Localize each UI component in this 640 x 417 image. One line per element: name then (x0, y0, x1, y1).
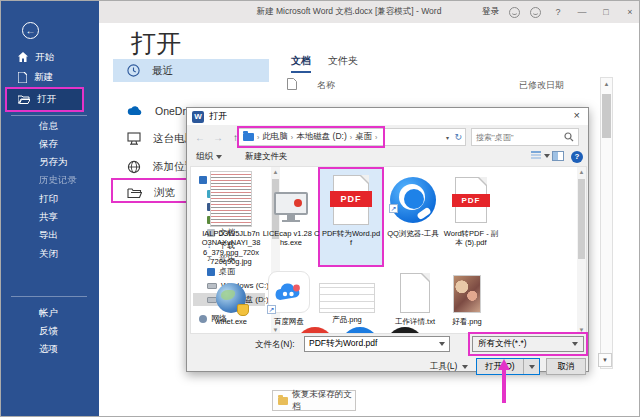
help-button[interactable]: ? (571, 151, 583, 163)
chevron-down-icon (572, 342, 578, 346)
scroll-up-icon[interactable]: ▲ (601, 78, 612, 91)
shortcut-arrow-icon: ↗ (389, 204, 398, 213)
sidebar-item-home[interactable]: 开始 (1, 48, 99, 66)
scroll-down-icon[interactable]: ▼ (271, 327, 280, 333)
back-button[interactable]: ← (22, 22, 39, 39)
qq-browser-icon (390, 177, 436, 223)
sidebar-divider (11, 115, 87, 116)
sidebar-item-save[interactable]: 保存 (1, 135, 99, 153)
file-tile-pdf-to-word[interactable]: PDF PDF转为Word.pdf (321, 169, 381, 248)
tab-folders[interactable]: 文件夹 (328, 54, 358, 68)
ribbon-options-icon[interactable] (509, 7, 520, 18)
scroll-down-icon[interactable]: ▼ (598, 353, 612, 367)
file-tile-jpg[interactable]: IALPD3W5JLb7nO3NAXvNAYI_386_379.png_720x… (201, 169, 261, 267)
file-tile-qq-browser[interactable]: ↗ QQ浏览器-工具 (383, 169, 443, 238)
minimize-button[interactable]: — (575, 7, 589, 17)
help-icon: ? (571, 151, 583, 163)
preview-pane-button[interactable] (552, 151, 564, 161)
dialog-titlebar[interactable]: W 打开 × (187, 108, 588, 125)
titlebar: 新建 Microsoft Word 文档.docx [兼容模式] - Word … (99, 1, 640, 23)
clipped-red-app-icon[interactable] (296, 327, 334, 334)
document-column-icon (287, 78, 297, 90)
clipped-black-app-icon[interactable] (386, 327, 424, 334)
help-icon[interactable]: ? (551, 7, 565, 17)
smiley-feedback-icon[interactable] (530, 7, 541, 18)
network-app-icon (216, 283, 246, 313)
filename-label: 文件名(N): (255, 339, 295, 351)
maximize-button[interactable]: □ (599, 7, 613, 17)
open-split-dropdown[interactable] (524, 359, 539, 374)
sidebar-item-feedback[interactable]: 反馈 (1, 322, 99, 340)
breadcrumb-separator: › (257, 134, 259, 141)
cancel-button[interactable]: 取消 (546, 358, 586, 375)
file-tile-wtnet[interactable]: wtnet.exe (201, 273, 261, 326)
search-placeholder: 搜索"桌面" (476, 132, 514, 143)
column-header-modified[interactable]: 已修改日期 (519, 79, 564, 92)
photo-thumbnail (453, 275, 481, 313)
breadcrumb-this-pc[interactable]: 此电脑 (262, 131, 288, 143)
sidebar-item-share[interactable]: 共享 (1, 208, 99, 226)
shield-icon (237, 304, 249, 316)
close-button[interactable]: × (623, 7, 637, 17)
organize-button[interactable]: 组织 (196, 151, 222, 163)
scroll-up-icon[interactable]: ▲ (577, 169, 586, 175)
scroll-down-icon[interactable]: ▼ (577, 327, 586, 333)
sidebar-item-history: 历史记录 (1, 171, 99, 189)
sidebar-item-account[interactable]: 帐户 (1, 304, 99, 322)
recover-unsaved-button[interactable]: 恢复未保存的文档 (272, 390, 356, 411)
filetype-select[interactable]: 所有文件(*.*) (472, 336, 584, 352)
file-tile-txt[interactable]: 工作详情.txt (385, 269, 445, 326)
sidebar-item-print[interactable]: 打印 (1, 190, 99, 208)
arrow-shaft (502, 369, 506, 403)
search-input[interactable]: 搜索"桌面" (471, 128, 579, 146)
dialog-close-button[interactable]: × (574, 109, 580, 121)
filename-row: 文件名(N): PDF转为Word.pdf 所有文件(*.*) (187, 336, 588, 352)
pdf-file-icon: PDF (333, 175, 369, 225)
sidebar-item-close[interactable]: 关闭 (1, 245, 99, 263)
sidebar-item-options[interactable]: 选项 (1, 340, 99, 358)
address-dropdown-icon[interactable]: ▾ (446, 134, 449, 141)
folder-icon (243, 133, 254, 141)
breadcrumb-desktop[interactable]: 桌面 (355, 131, 372, 143)
signin-button[interactable]: 登录 (482, 6, 499, 18)
breadcrumb-separator: › (350, 134, 352, 141)
nav-forward-icon[interactable]: → (213, 132, 223, 143)
screen-capture-icon (274, 192, 308, 215)
dialog-navbar: ← → ↑ › 此电脑 › 本地磁盘 (D:) › 桌面 › ▾ ↻ 搜索"桌面… (187, 125, 588, 150)
file-tile-word-to-pdf[interactable]: PDF Word转PDF - 副本 (5).pdf (441, 169, 501, 248)
window-title: 新建 Microsoft Word 文档.docx [兼容模式] - Word (199, 6, 499, 18)
dialog-toolbar: 组织 新建文件夹 ? (187, 150, 588, 166)
file-tile-photo-png[interactable]: 好看.png (437, 271, 497, 326)
file-list-scrollbar[interactable]: ▲ ▼ (577, 167, 586, 334)
preview-pane-icon (552, 151, 564, 161)
refresh-icon[interactable]: ↻ (454, 132, 462, 142)
tools-button[interactable]: 工具(L) (430, 361, 468, 373)
view-mode-button[interactable] (531, 151, 550, 160)
breadcrumb-local-disk-d[interactable]: 本地磁盘 (D:) (296, 131, 347, 143)
clock-icon (127, 64, 140, 77)
filename-input[interactable]: PDF转为Word.pdf (304, 336, 450, 352)
sidebar-divider (11, 296, 87, 297)
chevron-down-icon[interactable] (439, 342, 445, 346)
new-folder-button[interactable]: 新建文件夹 (245, 151, 288, 163)
address-bar[interactable]: › 此电脑 › 本地磁盘 (D:) › 桌面 › ▾ ↻ (238, 128, 466, 146)
sidebar-item-info[interactable]: 信息 (1, 117, 99, 135)
scrollbar-thumb[interactable] (578, 179, 585, 259)
sidebar-item-saveas[interactable]: 另存为 (1, 153, 99, 171)
file-tile-product-png[interactable]: 产品.png (317, 277, 377, 324)
sidebar-item-open[interactable]: 打开 (5, 87, 84, 112)
nav-back-icon[interactable]: ← (195, 132, 205, 143)
column-header-name[interactable]: 名称 (317, 79, 335, 92)
sidebar-item-export[interactable]: 导出 (1, 226, 99, 244)
tab-documents[interactable]: 文档 (291, 54, 311, 68)
place-recent[interactable]: 最近 (113, 59, 269, 82)
onedrive-cloud-icon (127, 106, 143, 116)
sidebar-item-new[interactable]: 新建 (1, 68, 99, 86)
file-tile-licecap[interactable]: LICEcap v1.28 Chs.exe (261, 169, 321, 248)
clipped-blue-app-icon[interactable] (341, 327, 379, 334)
chevron-down-icon (544, 154, 550, 158)
file-tile-baidu-netdisk[interactable]: ↗ 百度网盘 (259, 267, 319, 326)
backstage-scrollbar[interactable]: ▲ (600, 77, 613, 369)
chevron-down-icon (529, 365, 535, 369)
scrollbar-thumb[interactable] (602, 94, 611, 138)
